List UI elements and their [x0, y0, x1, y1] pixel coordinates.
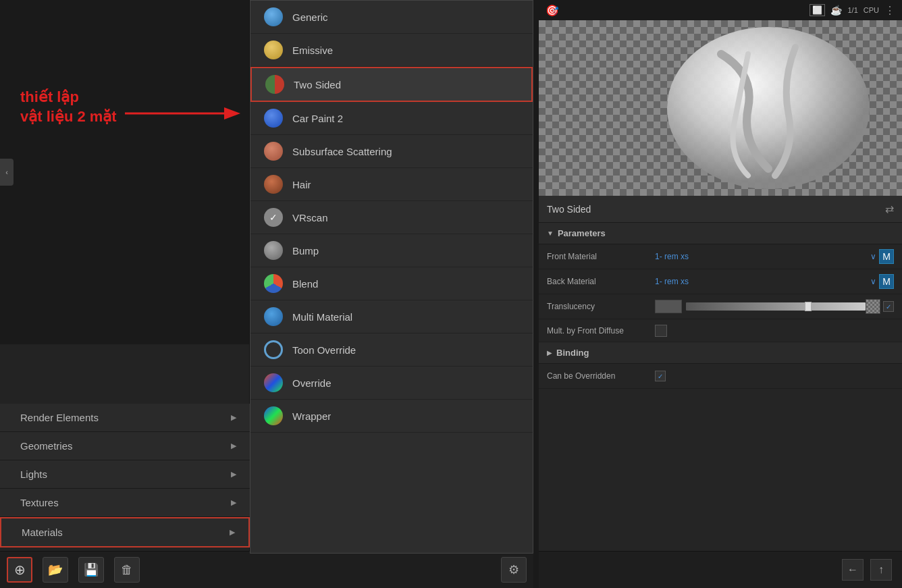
blend-label: Blend [292, 278, 318, 290]
translucency-texture-btn[interactable] [866, 299, 880, 314]
sidebar-item-render-elements[interactable]: Render Elements ▶ [0, 404, 250, 432]
car-paint-icon [264, 109, 283, 128]
add-icon: ⊕ [14, 562, 26, 578]
materials-dropdown: Generic Emissive Two Sided Car Paint 2 S… [250, 0, 533, 554]
sidebar-item-textures[interactable]: Textures ▶ [0, 489, 250, 517]
emissive-icon [264, 41, 283, 59]
dropdown-item-vrscan[interactable]: VRscan [250, 201, 533, 234]
settings-button[interactable]: ⚙ [501, 557, 527, 583]
save-button[interactable]: 💾 [78, 557, 104, 583]
translucency-checkbox[interactable]: ✓ [883, 301, 894, 312]
chevron-right-icon: ▶ [231, 498, 236, 507]
translucency-value-box [655, 300, 682, 313]
can-override-checkbox[interactable]: ✓ [655, 371, 666, 381]
translucency-controls: ✓ [866, 299, 894, 314]
forward-nav-button[interactable]: ↑ [870, 559, 892, 581]
right-bottom-toolbar: ← ↑ [539, 551, 902, 588]
chevron-right-icon: ▶ [231, 470, 236, 479]
dropdown-item-toon[interactable]: Toon Override [250, 333, 533, 367]
menu-dots[interactable]: ⋮ [884, 4, 895, 17]
dropdown-item-multi[interactable]: Multi Material [250, 300, 533, 333]
delete-icon: 🗑 [121, 563, 133, 577]
annotation-arrow [125, 103, 246, 124]
cpu-label: CPU [864, 6, 879, 14]
right-panel: 🎯 ⬜ ☕ 1/1 CPU ⋮ Two Sid [539, 0, 902, 588]
dropdown-item-car-paint[interactable]: Car Paint 2 [250, 102, 533, 135]
bump-icon [264, 241, 283, 260]
sidebar-item-textures-label: Textures [20, 497, 59, 508]
translucency-track[interactable] [686, 302, 866, 311]
hair-icon [264, 175, 283, 194]
bottom-toolbar: ⊕ 📂 💾 🗑 ⚙ [0, 551, 533, 588]
two-sided-label: Two Sided [294, 79, 341, 90]
translucency-thumb[interactable] [805, 302, 812, 311]
window-icon: ⬜ [810, 4, 825, 16]
vrscan-label: VRscan [292, 212, 328, 223]
generic-icon [264, 7, 283, 26]
back-nav-button[interactable]: ← [842, 559, 864, 581]
material-title-bar: Two Sided ⇄ [539, 196, 902, 223]
render-shape [539, 20, 902, 196]
translucency-label: Translucency [547, 302, 655, 311]
binding-expand-icon: ▶ [547, 349, 552, 356]
sidebar-item-render-elements-label: Render Elements [20, 412, 99, 423]
annotation-line1: thiết lập [20, 88, 117, 107]
mult-front-row: Mult. by Front Diffuse [539, 319, 902, 342]
save-icon: 💾 [84, 562, 99, 577]
back-material-picker[interactable]: M [879, 274, 894, 289]
material-settings-icon[interactable]: ⇄ [885, 203, 894, 215]
dropdown-item-wrapper[interactable]: Wrapper [250, 400, 533, 433]
parameters-collapse-icon: ▼ [547, 230, 554, 237]
sidebar-item-materials[interactable]: Materials ▶ [0, 517, 250, 547]
back-material-dropdown[interactable]: ∨ [870, 277, 876, 286]
dropdown-item-generic[interactable]: Generic [250, 1, 533, 34]
blend-icon [264, 274, 283, 293]
sidebar-item-lights[interactable]: Lights ▶ [0, 460, 250, 489]
front-material-value: 1- rem xs [655, 252, 870, 261]
parameters-section-header[interactable]: ▼ Parameters [539, 223, 902, 244]
binding-section-header[interactable]: ▶ Binding [539, 342, 902, 364]
sidebar-item-geometries-label: Geometries [20, 440, 73, 452]
annotation-line2: vật liệu 2 mặt [20, 107, 117, 127]
open-button[interactable]: 📂 [43, 557, 68, 583]
add-button[interactable]: ⊕ [7, 557, 32, 583]
car-paint-label: Car Paint 2 [292, 113, 343, 124]
left-panel: ‹ thiết lập vật liệu 2 mặt Render Elemen… [0, 0, 250, 588]
dropdown-item-hair[interactable]: Hair [250, 168, 533, 201]
material-title: Two Sided [547, 204, 591, 215]
dropdown-item-emissive[interactable]: Emissive [250, 34, 533, 67]
forward-arrow-icon: ↑ [878, 564, 884, 576]
front-material-dropdown[interactable]: ∨ [870, 252, 876, 261]
front-material-row: Front Material 1- rem xs ∨ M [539, 244, 902, 269]
translucency-slider[interactable] [655, 300, 866, 313]
override-icon [264, 373, 283, 392]
camera-icon: ☕ [830, 5, 842, 16]
two-sided-icon [265, 75, 284, 94]
dropdown-item-sss[interactable]: Subsurface Scattering [250, 135, 533, 168]
dropdown-item-two-sided[interactable]: Two Sided [250, 67, 533, 102]
dropdown-item-blend[interactable]: Blend [250, 267, 533, 300]
sidebar-menu: Render Elements ▶ Geometries ▶ Lights ▶ … [0, 404, 250, 547]
can-override-row: Can be Overridden ✓ [539, 364, 902, 389]
can-override-label: Can be Overridden [547, 371, 655, 381]
annotation-text: thiết lập vật liệu 2 mặt [20, 88, 117, 126]
collapse-button[interactable]: ‹ [0, 159, 14, 186]
front-material-picker[interactable]: M [879, 249, 894, 264]
wrapper-label: Wrapper [292, 410, 331, 422]
back-material-controls: ∨ M [870, 274, 894, 289]
wrapper-icon [264, 406, 283, 425]
render-icon: 🎯 [546, 4, 559, 17]
sidebar-item-lights-label: Lights [20, 469, 47, 480]
dropdown-item-override[interactable]: Override [250, 367, 533, 400]
sidebar-item-geometries[interactable]: Geometries ▶ [0, 432, 250, 460]
back-arrow-icon: ← [847, 564, 858, 576]
open-icon: 📂 [48, 562, 63, 577]
sss-icon [264, 142, 283, 161]
render-header: 🎯 ⬜ ☕ 1/1 CPU ⋮ [539, 0, 902, 20]
dropdown-item-bump[interactable]: Bump [250, 234, 533, 267]
mult-front-checkbox[interactable] [655, 325, 667, 337]
parameters-label: Parameters [558, 228, 606, 238]
sss-label: Subsurface Scattering [292, 146, 392, 157]
delete-button[interactable]: 🗑 [114, 557, 140, 583]
emissive-label: Emissive [292, 45, 333, 56]
